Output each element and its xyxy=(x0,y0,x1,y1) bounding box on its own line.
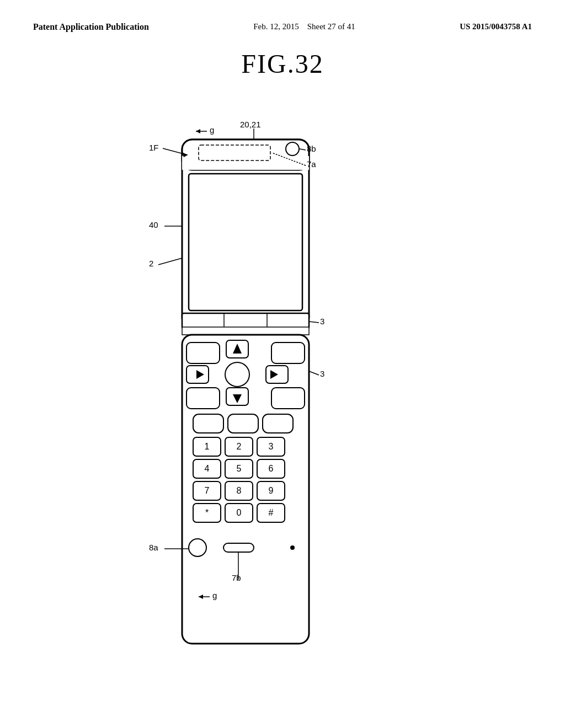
label-3-lower: 3 xyxy=(320,369,324,378)
svg-marker-45 xyxy=(196,129,200,133)
key-6: 6 xyxy=(269,464,274,473)
label-1f: 1F xyxy=(149,143,159,152)
page-header: Patent Application Publication Feb. 12, … xyxy=(0,0,565,43)
patent-diagram: 1 2 3 4 5 6 7 8 9 * 0 # 1F xyxy=(0,95,565,702)
svg-rect-6 xyxy=(182,313,309,329)
label-2: 2 xyxy=(149,259,153,268)
svg-rect-9 xyxy=(182,327,309,335)
key-0: 0 xyxy=(237,508,242,517)
label-8b: 8b xyxy=(307,144,316,153)
key-9: 9 xyxy=(269,486,274,495)
svg-rect-12 xyxy=(271,342,305,363)
figure-title: FIG.32 xyxy=(0,49,565,79)
key-8: 8 xyxy=(237,486,242,495)
key-hash: # xyxy=(269,508,274,517)
svg-rect-2 xyxy=(182,156,309,170)
svg-point-41 xyxy=(290,545,295,550)
label-40: 40 xyxy=(149,220,158,229)
key-2: 2 xyxy=(237,442,242,451)
svg-rect-26 xyxy=(263,414,293,433)
svg-line-52 xyxy=(309,371,319,375)
label-20-21: 20,21 xyxy=(240,120,261,129)
publication-number: US 2015/0043758 A1 xyxy=(460,22,532,31)
svg-rect-24 xyxy=(193,414,223,433)
svg-point-39 xyxy=(189,539,206,556)
key-star: * xyxy=(205,508,209,517)
sheet-info: Sheet 27 of 41 xyxy=(307,22,355,31)
svg-rect-21 xyxy=(271,388,305,409)
key-1: 1 xyxy=(205,442,210,451)
publication-date-sheet: Feb. 12, 2015 Sheet 27 of 41 xyxy=(253,22,355,31)
publication-label: Patent Application Publication xyxy=(33,22,149,32)
label-8a: 8a xyxy=(149,543,158,552)
label-7a: 7a xyxy=(307,159,316,169)
key-7: 7 xyxy=(205,486,210,495)
svg-rect-25 xyxy=(228,414,258,433)
label-7b: 7b xyxy=(232,573,241,582)
svg-rect-11 xyxy=(186,342,220,363)
svg-line-51 xyxy=(309,322,319,323)
svg-point-17 xyxy=(225,362,249,387)
svg-rect-40 xyxy=(223,543,254,552)
label-3-upper: 3 xyxy=(320,317,324,326)
svg-line-50 xyxy=(158,258,182,265)
key-4: 4 xyxy=(205,464,210,473)
label-g-top: g xyxy=(210,125,214,135)
key-3: 3 xyxy=(269,442,274,451)
publication-date: Feb. 12, 2015 xyxy=(253,22,299,31)
svg-point-4 xyxy=(286,142,299,156)
svg-rect-20 xyxy=(186,388,220,409)
svg-rect-5 xyxy=(189,174,302,311)
key-5: 5 xyxy=(237,464,242,473)
label-g-bottom: g xyxy=(212,591,217,600)
diagram-svg: 1 2 3 4 5 6 7 8 9 * 0 # 1F xyxy=(0,95,565,702)
